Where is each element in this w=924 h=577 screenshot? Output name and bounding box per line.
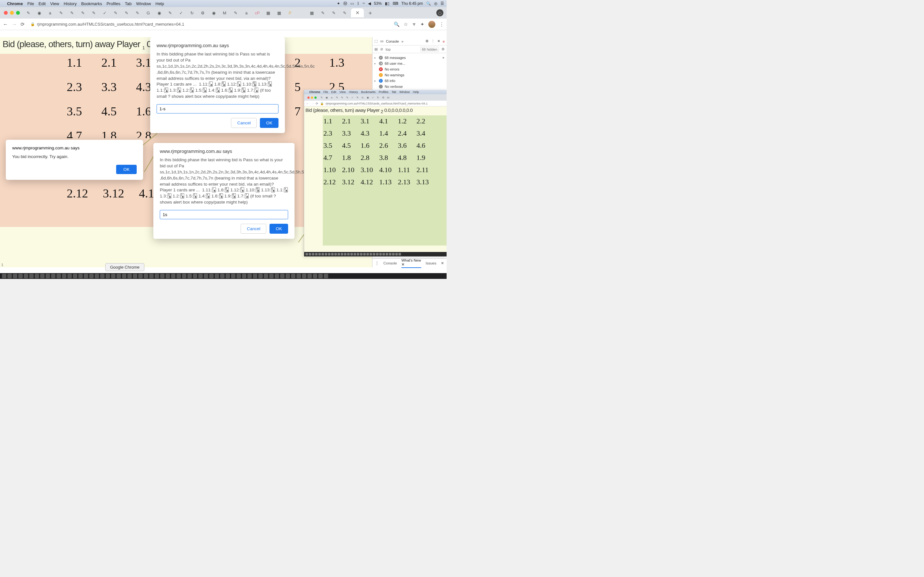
drawer-whatsnew[interactable]: What's New ✕ — [401, 258, 421, 268]
tab-active[interactable]: ✕ — [351, 8, 364, 17]
dock-app-icon[interactable] — [105, 274, 110, 278]
dock-app-icon[interactable] — [258, 274, 263, 278]
extensions-icon[interactable]: ✦ — [420, 21, 425, 27]
dock-app-icon[interactable] — [100, 274, 105, 278]
dock-app-icon[interactable] — [155, 274, 159, 278]
dock-app-icon[interactable] — [18, 274, 23, 278]
dock-app-icon[interactable] — [35, 274, 39, 278]
menu-tab[interactable]: Tab — [125, 1, 132, 6]
dock-app-icon[interactable] — [275, 274, 279, 278]
tab-icon[interactable]: ✎ — [231, 8, 240, 17]
cancel-button[interactable]: Cancel — [231, 118, 257, 128]
card-cell[interactable]: 1.3 — [329, 55, 349, 69]
back-button[interactable]: ← — [306, 102, 309, 105]
star-icon[interactable]: ☆ — [404, 21, 408, 27]
dock-app-icon[interactable] — [307, 274, 312, 278]
v-icon[interactable]: ▼ — [412, 21, 417, 27]
tab-icon[interactable]: ✎ — [57, 8, 65, 17]
tab-icon[interactable]: ◉ — [209, 8, 218, 17]
tab-icon[interactable]: ↻ — [187, 8, 196, 17]
sidebar-toggle-icon[interactable]: ▤ — [375, 47, 378, 51]
gear-icon[interactable]: ⚙ — [441, 47, 445, 51]
dock-app-icon[interactable] — [226, 274, 230, 278]
tab-icon[interactable]: ✎ — [122, 8, 131, 17]
dock-app-icon[interactable] — [231, 274, 236, 278]
card-cell[interactable]: 4.7 — [67, 129, 87, 138]
dock-app-icon[interactable] — [182, 274, 186, 278]
dock-app-icon[interactable] — [40, 274, 45, 278]
dock-app-icon[interactable] — [78, 274, 83, 278]
card-cell[interactable]: 1.1 — [67, 55, 87, 69]
dock-app-icon[interactable] — [204, 274, 208, 278]
menu-view[interactable]: View — [50, 1, 59, 6]
menu-history[interactable]: History — [63, 1, 76, 6]
tab-icon[interactable]: ✓ — [100, 8, 109, 17]
expand-icon[interactable]: e — [443, 39, 445, 43]
input-icon[interactable]: ⌨ — [393, 1, 398, 6]
dock-app-icon[interactable] — [133, 274, 137, 278]
ok-button[interactable]: OK — [260, 118, 278, 128]
dock-app-icon[interactable] — [166, 274, 170, 278]
dock-app-icon[interactable] — [264, 274, 268, 278]
dock-app-icon[interactable] — [236, 274, 241, 278]
dock-app-icon[interactable] — [280, 274, 284, 278]
context-selector[interactable]: top — [386, 47, 391, 51]
tab-icon[interactable]: ⚙ — [198, 8, 207, 17]
dock-app-icon[interactable] — [111, 274, 115, 278]
tab-icon[interactable]: P — [286, 8, 294, 17]
dock-app-icon[interactable] — [89, 274, 94, 278]
dock-app-icon[interactable] — [24, 274, 28, 278]
tab-icon[interactable]: ✎ — [166, 8, 174, 17]
dock-app-icon[interactable] — [176, 274, 181, 278]
card-cell[interactable]: 1.8 — [102, 129, 121, 138]
volume-icon[interactable]: ◀ — [368, 1, 371, 6]
menu-file[interactable]: File — [27, 1, 34, 6]
card-cell[interactable]: 4.5 — [102, 104, 121, 118]
inspect-icon[interactable]: ⬚ — [375, 39, 378, 43]
dock-app-icon[interactable] — [29, 274, 34, 278]
status-icon[interactable]: Ⓜ — [343, 1, 347, 6]
back-button[interactable]: ← — [3, 21, 8, 27]
drawer-menu-icon[interactable]: ⋮ — [375, 261, 379, 266]
gear-icon[interactable]: ⚙ — [425, 39, 429, 43]
menu-bookmarks[interactable]: Bookmarks — [81, 1, 102, 6]
forward-button[interactable]: → — [11, 21, 17, 27]
close-window-icon[interactable] — [4, 11, 8, 15]
dock-app-icon[interactable] — [242, 274, 246, 278]
menu-window[interactable]: Window — [136, 1, 151, 6]
count-row[interactable]: ✕No errors — [375, 66, 445, 72]
tab-icon[interactable]: ✓ — [176, 8, 186, 17]
dock-app-icon[interactable] — [296, 274, 301, 278]
more-tabs-icon[interactable]: » — [401, 39, 403, 43]
tab-icon[interactable]: ◉ — [155, 8, 164, 17]
tab-icon[interactable]: ▦ — [264, 8, 273, 17]
dock-app-icon[interactable] — [45, 274, 50, 278]
tab-icon[interactable]: ✎ — [329, 8, 338, 17]
dock-app-icon[interactable] — [144, 274, 148, 278]
spotlight-icon[interactable]: 🔍 — [426, 1, 431, 6]
reload-button[interactable]: ⟳ — [21, 21, 25, 27]
minimize-window-icon[interactable] — [10, 11, 14, 15]
clear-icon[interactable]: ⊘ — [380, 47, 383, 51]
dock-app-icon[interactable] — [187, 274, 192, 278]
count-row[interactable]: ⋮No verbose — [375, 84, 445, 89]
menu-help[interactable]: Help — [156, 1, 164, 6]
tab-icon[interactable]: ✎ — [89, 8, 98, 17]
card-cell[interactable]: 2.3 — [67, 80, 87, 94]
tab-icon[interactable]: ✎ — [78, 8, 87, 17]
device-icon[interactable]: ▭ — [380, 39, 383, 43]
dock-app-icon[interactable] — [116, 274, 121, 278]
card-cell[interactable]: 3.3 — [102, 80, 121, 94]
dock-app-icon[interactable] — [57, 274, 61, 278]
tab-icon[interactable]: ✎ — [318, 8, 327, 17]
dock-app-icon[interactable] — [253, 274, 257, 278]
dock-app-icon[interactable] — [193, 274, 197, 278]
dock-app-icon[interactable] — [313, 274, 317, 278]
dock-app-icon[interactable] — [302, 274, 306, 278]
drawer-issues[interactable]: Issues — [426, 261, 436, 265]
dock-app-icon[interactable] — [84, 274, 88, 278]
dock-app-icon[interactable] — [269, 274, 274, 278]
app-name[interactable]: Chrome — [7, 1, 23, 6]
search-icon[interactable]: 🔍 — [394, 21, 400, 27]
dock-app-icon[interactable] — [51, 274, 55, 278]
